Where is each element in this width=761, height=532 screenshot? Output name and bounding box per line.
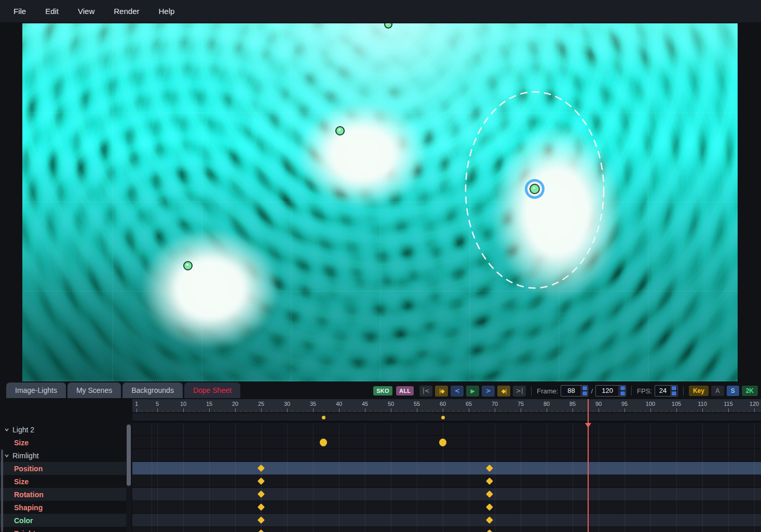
ruler-tick — [650, 408, 651, 412]
track-property-color[interactable]: Color — [0, 514, 126, 527]
ruler-tick — [702, 408, 703, 412]
playhead-line[interactable] — [588, 399, 589, 532]
prev-keyframe-button[interactable]: |◆ — [435, 386, 448, 397]
track-property-brightness[interactable]: Brightness — [0, 527, 126, 532]
track-panel-scrollbar-thumb[interactable] — [127, 425, 131, 486]
keyframe-diamond[interactable] — [486, 516, 493, 524]
handle-highlight — [186, 264, 188, 266]
ruler-tick — [261, 408, 262, 412]
keyframe-diamond[interactable] — [257, 478, 265, 485]
step-back-button[interactable]: < — [451, 386, 464, 397]
bottom-tab-bar: Image-LightsMy ScenesBackgroundsDope She… — [0, 383, 761, 399]
step-forward-button[interactable]: > — [482, 386, 495, 397]
total-frames-field[interactable] — [595, 385, 626, 397]
summary-keyframe-dot[interactable] — [441, 416, 445, 419]
left-edge-scrollbar-thumb[interactable] — [1, 449, 3, 532]
track-property-size[interactable]: Size — [0, 436, 126, 449]
menu-file[interactable]: File — [13, 7, 26, 16]
next-keyframe-button[interactable]: ◆| — [497, 386, 510, 397]
track-label: Rotation — [14, 490, 44, 499]
track-group-light-2[interactable]: Light 2 — [0, 423, 126, 436]
track-property-size[interactable]: Size — [0, 475, 126, 488]
timeline-row-rimlight[interactable] — [132, 449, 761, 462]
ruler-tick — [443, 408, 443, 412]
keyframe-summary-row[interactable] — [132, 413, 761, 422]
menu-edit[interactable]: Edit — [45, 7, 59, 16]
all-toggle[interactable]: ALL — [396, 386, 414, 395]
timeline-row-color[interactable] — [132, 514, 761, 527]
handle-highlight — [533, 187, 535, 189]
total-frames-spinner[interactable] — [619, 386, 626, 396]
keyframe-diamond[interactable] — [257, 490, 265, 498]
ruler-label: 85 — [569, 401, 576, 407]
menu-help[interactable]: Help — [158, 7, 174, 16]
track-group-rimlight[interactable]: Rimlight — [0, 449, 126, 462]
fps-input[interactable] — [655, 386, 671, 396]
ruler-label: 115 — [724, 401, 733, 407]
autokey-button[interactable]: Key — [689, 386, 709, 396]
ruler-tick — [417, 408, 417, 412]
current-frame-field[interactable] — [561, 385, 588, 397]
frame-spinner[interactable] — [581, 386, 588, 396]
ruler-tick — [287, 408, 288, 412]
ruler-label: 65 — [466, 401, 472, 407]
chevron-down-icon[interactable] — [4, 453, 9, 458]
keyframe-diamond[interactable] — [486, 465, 493, 472]
ruler-label: 50 — [388, 401, 394, 407]
viewport-overlay — [22, 23, 738, 381]
timeline-row-size[interactable] — [132, 475, 761, 488]
keyframe-diamond[interactable] — [486, 490, 493, 498]
fps-field[interactable] — [655, 385, 678, 397]
handle-highlight — [338, 129, 341, 131]
playhead-handle[interactable] — [585, 423, 591, 428]
light-handle-rimlight-selected[interactable] — [530, 184, 539, 194]
keyframe-diamond[interactable] — [486, 503, 493, 511]
fps-spinner[interactable] — [671, 386, 677, 396]
timeline-row-light-2[interactable] — [132, 423, 761, 436]
jump-to-end-button[interactable]: >| — [513, 386, 526, 397]
timeline-ruler[interactable]: 1510152025303540455055606570758085909510… — [132, 399, 761, 413]
timeline-row-shaping[interactable] — [132, 501, 761, 514]
timeline-row-brightness[interactable] — [132, 527, 761, 532]
timeline-row-position[interactable] — [132, 462, 761, 475]
timeline-row-rotation[interactable] — [132, 488, 761, 501]
ruler-tick — [209, 408, 210, 412]
ruler-tick — [391, 408, 391, 412]
frame-label: Frame: — [537, 387, 558, 395]
light-handle-light-bottom-left[interactable] — [184, 262, 192, 270]
timeline-row-size[interactable] — [132, 436, 761, 449]
tab-my-scenes[interactable]: My Scenes — [67, 383, 121, 398]
a-toggle-button[interactable]: A — [711, 386, 724, 396]
ruler-tick — [137, 408, 137, 412]
sko-toggle[interactable]: SKO — [373, 386, 392, 395]
keyframe-diamond[interactable] — [257, 516, 265, 524]
summary-keyframe-dot[interactable] — [322, 416, 325, 419]
keyframe-diamond[interactable] — [486, 478, 493, 485]
s-toggle-button[interactable]: S — [727, 386, 739, 396]
ruler-label: 75 — [518, 401, 524, 407]
app-window: FileEditViewRenderHelp Image-LightsMy Sc… — [0, 0, 761, 532]
keyframe-diamond[interactable] — [257, 529, 265, 532]
jump-to-start-button[interactable]: |< — [419, 386, 432, 397]
track-property-shaping[interactable]: Shaping — [0, 501, 126, 514]
tab-dope-sheet[interactable]: Dope Sheet — [184, 383, 240, 398]
menu-view[interactable]: View — [78, 7, 94, 16]
track-property-rotation[interactable]: Rotation — [0, 488, 126, 501]
light-handle-light-upper-middle[interactable] — [336, 127, 344, 135]
tab-backgrounds[interactable]: Backgrounds — [123, 383, 183, 398]
chevron-down-icon[interactable] — [4, 427, 9, 432]
tab-image-lights[interactable]: Image-Lights — [6, 383, 66, 398]
keyframe-circle[interactable] — [320, 439, 327, 446]
play-button[interactable]: ▶ — [466, 386, 479, 397]
total-frames-input[interactable] — [596, 386, 619, 396]
current-frame-input[interactable] — [561, 386, 581, 396]
keyframe-circle[interactable] — [439, 439, 446, 446]
ruler-label: 10 — [180, 401, 186, 407]
track-property-position[interactable]: Position — [0, 462, 126, 475]
keyframe-diamond[interactable] — [257, 465, 265, 472]
keyframe-diamond[interactable] — [486, 529, 493, 532]
light-editor-viewport[interactable] — [22, 23, 738, 381]
resolution-button[interactable]: 2K — [742, 386, 758, 396]
menu-render[interactable]: Render — [114, 7, 139, 16]
keyframe-diamond[interactable] — [257, 503, 265, 511]
